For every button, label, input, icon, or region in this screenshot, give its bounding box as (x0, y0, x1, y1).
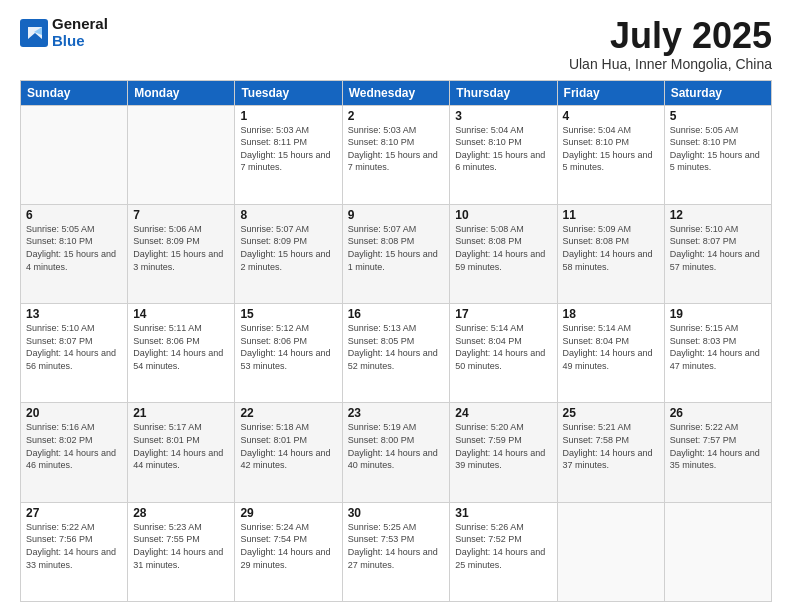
table-row: 17Sunrise: 5:14 AM Sunset: 8:04 PM Dayli… (450, 304, 557, 403)
day-number: 17 (455, 307, 551, 321)
table-row: 31Sunrise: 5:26 AM Sunset: 7:52 PM Dayli… (450, 502, 557, 601)
day-info: Sunrise: 5:15 AM Sunset: 8:03 PM Dayligh… (670, 322, 766, 372)
table-row: 16Sunrise: 5:13 AM Sunset: 8:05 PM Dayli… (342, 304, 450, 403)
location-label: Ulan Hua, Inner Mongolia, China (569, 56, 772, 72)
day-number: 12 (670, 208, 766, 222)
calendar-week-row: 20Sunrise: 5:16 AM Sunset: 8:02 PM Dayli… (21, 403, 772, 502)
logo-blue-label: Blue (52, 33, 108, 50)
table-row: 26Sunrise: 5:22 AM Sunset: 7:57 PM Dayli… (664, 403, 771, 502)
day-info: Sunrise: 5:26 AM Sunset: 7:52 PM Dayligh… (455, 521, 551, 571)
day-info: Sunrise: 5:13 AM Sunset: 8:05 PM Dayligh… (348, 322, 445, 372)
col-monday: Monday (128, 80, 235, 105)
day-info: Sunrise: 5:20 AM Sunset: 7:59 PM Dayligh… (455, 421, 551, 471)
table-row: 15Sunrise: 5:12 AM Sunset: 8:06 PM Dayli… (235, 304, 342, 403)
table-row: 23Sunrise: 5:19 AM Sunset: 8:00 PM Dayli… (342, 403, 450, 502)
col-sunday: Sunday (21, 80, 128, 105)
day-number: 18 (563, 307, 659, 321)
day-info: Sunrise: 5:04 AM Sunset: 8:10 PM Dayligh… (455, 124, 551, 174)
table-row (664, 502, 771, 601)
day-info: Sunrise: 5:07 AM Sunset: 8:08 PM Dayligh… (348, 223, 445, 273)
logo-icon (20, 19, 48, 47)
table-row (557, 502, 664, 601)
day-info: Sunrise: 5:16 AM Sunset: 8:02 PM Dayligh… (26, 421, 122, 471)
day-number: 29 (240, 506, 336, 520)
day-number: 26 (670, 406, 766, 420)
table-row: 7Sunrise: 5:06 AM Sunset: 8:09 PM Daylig… (128, 204, 235, 303)
day-number: 16 (348, 307, 445, 321)
day-info: Sunrise: 5:12 AM Sunset: 8:06 PM Dayligh… (240, 322, 336, 372)
day-number: 11 (563, 208, 659, 222)
calendar-week-row: 27Sunrise: 5:22 AM Sunset: 7:56 PM Dayli… (21, 502, 772, 601)
table-row: 1Sunrise: 5:03 AM Sunset: 8:11 PM Daylig… (235, 105, 342, 204)
day-number: 22 (240, 406, 336, 420)
day-info: Sunrise: 5:10 AM Sunset: 8:07 PM Dayligh… (26, 322, 122, 372)
day-number: 2 (348, 109, 445, 123)
day-info: Sunrise: 5:05 AM Sunset: 8:10 PM Dayligh… (670, 124, 766, 174)
day-number: 31 (455, 506, 551, 520)
title-block: July 2025 Ulan Hua, Inner Mongolia, Chin… (569, 16, 772, 72)
table-row: 11Sunrise: 5:09 AM Sunset: 8:08 PM Dayli… (557, 204, 664, 303)
day-info: Sunrise: 5:18 AM Sunset: 8:01 PM Dayligh… (240, 421, 336, 471)
day-number: 1 (240, 109, 336, 123)
table-row: 28Sunrise: 5:23 AM Sunset: 7:55 PM Dayli… (128, 502, 235, 601)
day-info: Sunrise: 5:22 AM Sunset: 7:56 PM Dayligh… (26, 521, 122, 571)
col-wednesday: Wednesday (342, 80, 450, 105)
table-row: 25Sunrise: 5:21 AM Sunset: 7:58 PM Dayli… (557, 403, 664, 502)
calendar-week-row: 6Sunrise: 5:05 AM Sunset: 8:10 PM Daylig… (21, 204, 772, 303)
day-info: Sunrise: 5:23 AM Sunset: 7:55 PM Dayligh… (133, 521, 229, 571)
day-number: 24 (455, 406, 551, 420)
logo: General Blue (20, 16, 108, 49)
table-row: 8Sunrise: 5:07 AM Sunset: 8:09 PM Daylig… (235, 204, 342, 303)
table-row: 18Sunrise: 5:14 AM Sunset: 8:04 PM Dayli… (557, 304, 664, 403)
day-info: Sunrise: 5:04 AM Sunset: 8:10 PM Dayligh… (563, 124, 659, 174)
day-info: Sunrise: 5:14 AM Sunset: 8:04 PM Dayligh… (455, 322, 551, 372)
table-row (128, 105, 235, 204)
day-info: Sunrise: 5:03 AM Sunset: 8:10 PM Dayligh… (348, 124, 445, 174)
day-number: 19 (670, 307, 766, 321)
day-info: Sunrise: 5:09 AM Sunset: 8:08 PM Dayligh… (563, 223, 659, 273)
day-info: Sunrise: 5:24 AM Sunset: 7:54 PM Dayligh… (240, 521, 336, 571)
day-number: 30 (348, 506, 445, 520)
day-number: 5 (670, 109, 766, 123)
col-friday: Friday (557, 80, 664, 105)
table-row: 30Sunrise: 5:25 AM Sunset: 7:53 PM Dayli… (342, 502, 450, 601)
calendar-page: General Blue July 2025 Ulan Hua, Inner M… (0, 0, 792, 612)
day-number: 25 (563, 406, 659, 420)
table-row (21, 105, 128, 204)
table-row: 10Sunrise: 5:08 AM Sunset: 8:08 PM Dayli… (450, 204, 557, 303)
day-info: Sunrise: 5:17 AM Sunset: 8:01 PM Dayligh… (133, 421, 229, 471)
table-row: 6Sunrise: 5:05 AM Sunset: 8:10 PM Daylig… (21, 204, 128, 303)
table-row: 19Sunrise: 5:15 AM Sunset: 8:03 PM Dayli… (664, 304, 771, 403)
col-tuesday: Tuesday (235, 80, 342, 105)
logo-text: General Blue (52, 16, 108, 49)
day-info: Sunrise: 5:25 AM Sunset: 7:53 PM Dayligh… (348, 521, 445, 571)
day-number: 7 (133, 208, 229, 222)
day-info: Sunrise: 5:22 AM Sunset: 7:57 PM Dayligh… (670, 421, 766, 471)
day-info: Sunrise: 5:14 AM Sunset: 8:04 PM Dayligh… (563, 322, 659, 372)
day-number: 23 (348, 406, 445, 420)
calendar-table: Sunday Monday Tuesday Wednesday Thursday… (20, 80, 772, 602)
table-row: 14Sunrise: 5:11 AM Sunset: 8:06 PM Dayli… (128, 304, 235, 403)
col-thursday: Thursday (450, 80, 557, 105)
day-info: Sunrise: 5:03 AM Sunset: 8:11 PM Dayligh… (240, 124, 336, 174)
month-year-title: July 2025 (569, 16, 772, 56)
table-row: 24Sunrise: 5:20 AM Sunset: 7:59 PM Dayli… (450, 403, 557, 502)
table-row: 5Sunrise: 5:05 AM Sunset: 8:10 PM Daylig… (664, 105, 771, 204)
day-number: 28 (133, 506, 229, 520)
day-number: 15 (240, 307, 336, 321)
day-number: 14 (133, 307, 229, 321)
day-number: 9 (348, 208, 445, 222)
day-number: 4 (563, 109, 659, 123)
calendar-week-row: 1Sunrise: 5:03 AM Sunset: 8:11 PM Daylig… (21, 105, 772, 204)
day-info: Sunrise: 5:08 AM Sunset: 8:08 PM Dayligh… (455, 223, 551, 273)
day-number: 3 (455, 109, 551, 123)
day-info: Sunrise: 5:10 AM Sunset: 8:07 PM Dayligh… (670, 223, 766, 273)
day-number: 13 (26, 307, 122, 321)
table-row: 13Sunrise: 5:10 AM Sunset: 8:07 PM Dayli… (21, 304, 128, 403)
calendar-week-row: 13Sunrise: 5:10 AM Sunset: 8:07 PM Dayli… (21, 304, 772, 403)
table-row: 2Sunrise: 5:03 AM Sunset: 8:10 PM Daylig… (342, 105, 450, 204)
day-info: Sunrise: 5:19 AM Sunset: 8:00 PM Dayligh… (348, 421, 445, 471)
day-info: Sunrise: 5:05 AM Sunset: 8:10 PM Dayligh… (26, 223, 122, 273)
table-row: 27Sunrise: 5:22 AM Sunset: 7:56 PM Dayli… (21, 502, 128, 601)
day-info: Sunrise: 5:06 AM Sunset: 8:09 PM Dayligh… (133, 223, 229, 273)
